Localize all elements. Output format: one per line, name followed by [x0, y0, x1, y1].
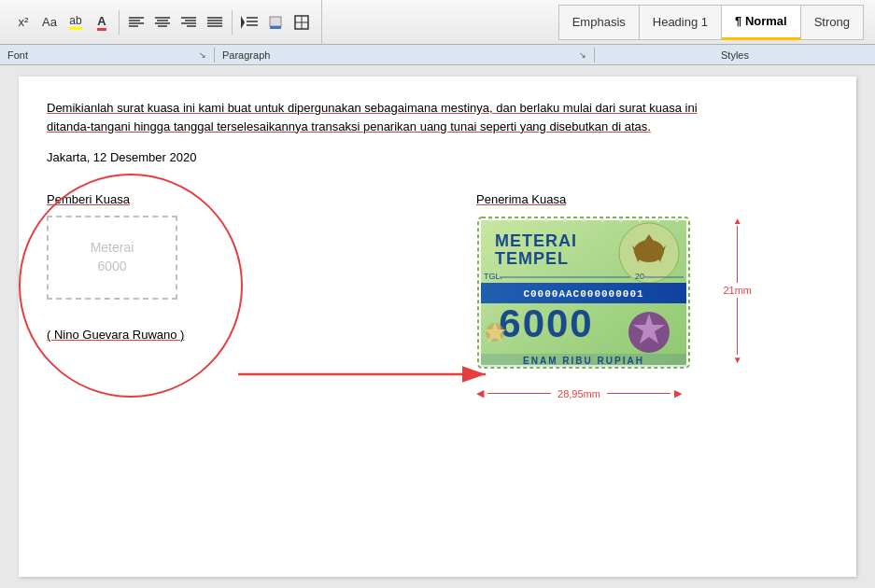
svg-text:TEMPEL: TEMPEL	[495, 249, 569, 268]
svg-point-37	[638, 218, 642, 222]
meterai-placeholder-label-line1: Meterai	[91, 239, 134, 258]
signer-name: ( Nino Guevara Ruwano )	[47, 328, 233, 342]
highlight-button[interactable]: ab	[64, 10, 88, 35]
paragraph-expand-icon[interactable]: ↘	[579, 50, 586, 60]
paragraph-text: Demikianlah surat kuasa ini kami buat un…	[47, 99, 700, 135]
date-text: Jakarta, 12 Desember 2020	[47, 150, 828, 164]
svg-point-35	[600, 218, 604, 222]
font-expand-icon[interactable]: ↘	[199, 50, 206, 60]
svg-point-31	[526, 218, 529, 222]
style-tab-strong[interactable]: Strong	[801, 5, 864, 40]
dimension-width-label: ◀ 28,95mm ▶	[476, 387, 682, 399]
line-spacing-button[interactable]	[237, 10, 261, 35]
justify-button[interactable]	[203, 10, 227, 35]
arrow-annotation	[238, 356, 500, 397]
svg-text:ENAM RIBU RUPIAH: ENAM RIBU RUPIAH	[523, 356, 644, 366]
svg-point-36	[619, 218, 623, 222]
toolbar: x² Aa ab A Emphasis	[0, 0, 875, 45]
shading-button[interactable]	[263, 10, 288, 35]
svg-text:TGL.: TGL.	[484, 272, 502, 281]
styles-section: Emphasis Heading 1 ¶ Normal Strong	[551, 0, 871, 44]
styles-label: Styles	[721, 49, 749, 61]
paragraph-label: Paragraph	[222, 49, 270, 61]
svg-point-30	[507, 218, 511, 222]
paragraph-section-label: Paragraph ↘	[215, 48, 595, 63]
svg-text:METERAI: METERAI	[495, 231, 577, 250]
font-dialog-button[interactable]: Aa	[37, 10, 62, 35]
separator-2	[232, 10, 233, 35]
font-section-label: Font ↘	[0, 48, 215, 63]
separator-1	[119, 10, 120, 35]
align-right-button[interactable]	[176, 10, 201, 35]
penerima-kuasa-section: Penerima Kuasa	[476, 192, 710, 373]
dimension-height-label: ▲ 21mm ▼	[723, 216, 752, 365]
svg-rect-21	[270, 26, 281, 29]
svg-marker-19	[241, 16, 245, 29]
style-tab-emphasis[interactable]: Emphasis	[558, 5, 640, 40]
meterai-placeholder-label-line2: 6000	[97, 258, 126, 276]
document-area: Demikianlah surat kuasa ini kami buat un…	[0, 65, 875, 588]
document-page: Demikianlah surat kuasa ini kami buat un…	[19, 77, 856, 577]
svg-point-32	[544, 218, 548, 222]
style-tab-normal[interactable]: ¶ Normal	[722, 5, 801, 40]
font-label: Font	[7, 49, 28, 61]
pemberi-kuasa-title: Pemberi Kuasa	[47, 192, 233, 206]
font-color-button[interactable]: A	[90, 10, 114, 35]
svg-point-38	[656, 218, 660, 222]
signature-section: Pemberi Kuasa Meterai 6000 ( Nino Guevar…	[47, 192, 828, 373]
align-left-button[interactable]	[124, 10, 148, 35]
svg-rect-20	[270, 17, 281, 26]
svg-point-39	[675, 218, 679, 222]
penerima-kuasa-title: Penerima Kuasa	[476, 192, 710, 206]
superscript-button[interactable]: x²	[11, 10, 35, 35]
toolbar-formatting: x² Aa ab A	[4, 0, 322, 44]
stamp-container: METERAI TEMPEL TGL. 20	[476, 216, 710, 373]
svg-text:C0000AAC000000001: C0000AAC000000001	[523, 288, 643, 300]
svg-text:6000: 6000	[499, 301, 593, 345]
styles-section-label: Styles	[595, 48, 875, 63]
meterai-placeholder-box: Meterai 6000	[47, 216, 177, 300]
style-tab-heading1[interactable]: Heading 1	[640, 5, 722, 40]
align-center-button[interactable]	[150, 10, 175, 35]
svg-text:20: 20	[635, 272, 644, 281]
svg-point-29	[488, 218, 492, 222]
borders-button[interactable]	[289, 10, 314, 35]
section-labels-bar: Font ↘ Paragraph ↘ Styles	[0, 45, 875, 65]
pemberi-kuasa-section: Pemberi Kuasa Meterai 6000 ( Nino Guevar…	[47, 192, 233, 342]
svg-point-33	[563, 218, 567, 222]
meterai-stamp: METERAI TEMPEL TGL. 20	[476, 216, 691, 370]
svg-point-34	[582, 218, 586, 222]
